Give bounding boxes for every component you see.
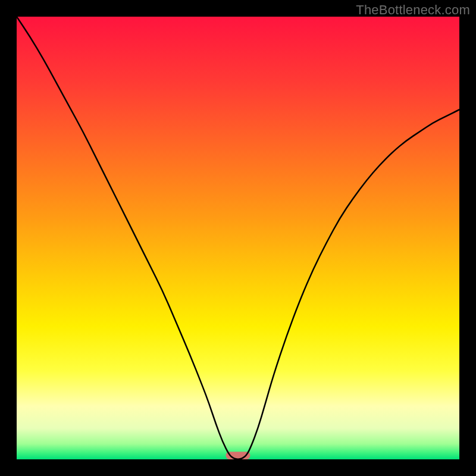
gradient-background <box>17 17 459 459</box>
plot-svg <box>17 17 459 459</box>
plot-area <box>17 17 459 459</box>
chart-frame: TheBottleneck.com <box>0 0 476 476</box>
watermark-label: TheBottleneck.com <box>356 2 470 18</box>
